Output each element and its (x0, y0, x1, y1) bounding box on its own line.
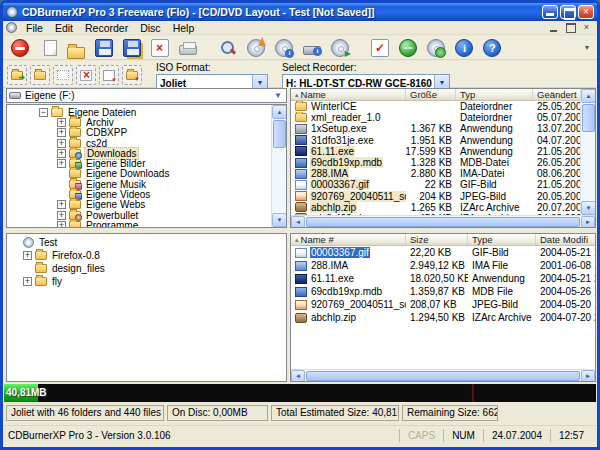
mdi-minimize-button[interactable] (548, 22, 561, 33)
menu-disc[interactable]: Disc (134, 21, 166, 35)
expand-icon[interactable]: + (57, 159, 66, 168)
table-row[interactable]: WinterICEDateiordner25.05.200 (291, 101, 595, 112)
search-button[interactable] (215, 37, 241, 59)
expand-icon[interactable]: + (57, 200, 66, 209)
expand-icon[interactable]: + (57, 118, 66, 127)
column-header-name[interactable]: ▴Name (291, 89, 406, 100)
toolbar-overflow-button[interactable]: ▾ (581, 38, 593, 58)
expand-icon[interactable]: + (23, 251, 32, 260)
help-button[interactable] (479, 37, 505, 59)
column-header-gr-e[interactable]: Größe (406, 89, 456, 100)
menu-help[interactable]: Help (167, 21, 201, 35)
web-disc-button[interactable] (423, 37, 449, 59)
scroll-right-icon[interactable]: ► (581, 216, 595, 228)
scrollbar-thumb[interactable] (582, 104, 595, 132)
menu-edit[interactable]: Edit (49, 21, 79, 35)
table-row[interactable]: 69cdb19xp.mdb1.359,87 KBMDB File2004-05-… (291, 285, 595, 298)
table-row[interactable]: 61.11.exe17.599 KBAnwendung21.05.200 (291, 146, 595, 157)
tree-item[interactable]: +Programme (7, 220, 270, 227)
column-header-name-[interactable]: ▴Name # (291, 234, 406, 245)
tree-item[interactable]: Eigene Musik (7, 179, 270, 189)
column-header-typ[interactable]: Typ (456, 89, 533, 100)
table-row[interactable]: xml_reader_1.0Dateiordner05.07.200 (291, 112, 595, 123)
tree-item[interactable]: +Firefox-0.8 (7, 249, 286, 262)
tree-item[interactable]: design_files (7, 262, 286, 275)
scroll-down-icon[interactable]: ▼ (272, 213, 287, 227)
table-row[interactable]: 61.11.exe18.020,50 KBAnwendung2004-05-21… (291, 272, 595, 285)
expand-icon[interactable]: + (57, 139, 66, 148)
copy-item-button[interactable] (99, 65, 119, 85)
column-header-date-modifi[interactable]: Date Modifi (536, 234, 596, 245)
source-location-select[interactable]: Eigene (F:) ▼ (6, 88, 287, 103)
expand-icon[interactable]: + (57, 128, 66, 137)
save-as-button[interactable] (119, 37, 145, 59)
print-button[interactable] (175, 37, 201, 59)
scroll-left-icon[interactable]: ◄ (291, 216, 305, 228)
tree-item[interactable]: +Powerbullet (7, 210, 270, 220)
column-header-size[interactable]: Size (406, 234, 468, 245)
minimize-button[interactable] (542, 5, 558, 19)
scrollbar-thumb[interactable] (306, 217, 580, 227)
drive-info-button[interactable] (299, 37, 325, 59)
table-row[interactable]: 31dfo31je.exe1.951 KBAnwendung04.07.200 (291, 135, 595, 146)
scroll-up-icon[interactable]: ▲ (272, 105, 287, 119)
vertical-scrollbar[interactable]: ▲ ▼ (271, 105, 286, 227)
tree-item[interactable]: +Eigene Bilder (7, 158, 270, 168)
new-selection-button[interactable] (53, 65, 73, 85)
open-layout-button[interactable] (63, 37, 89, 59)
table-row[interactable]: 69cdb19xp.mdb1.328 KBMDB-Datei26.05.200 (291, 157, 595, 168)
add-files-button[interactable] (30, 65, 50, 85)
mdi-restore-button[interactable] (564, 22, 577, 33)
collapse-icon[interactable]: − (39, 108, 48, 117)
expand-icon[interactable]: + (57, 211, 66, 220)
mdi-close-button[interactable]: × (580, 22, 593, 33)
disc-info-button[interactable] (271, 37, 297, 59)
table-row[interactable]: 920769_20040511_screen002...208,07 KBJPE… (291, 298, 595, 311)
expand-icon[interactable]: + (57, 149, 66, 158)
tree-item[interactable]: Eigene Downloads (7, 169, 270, 179)
add-folder-button[interactable] (7, 65, 27, 85)
maximize-button[interactable] (560, 5, 576, 19)
table-row[interactable]: 00003367.gif22 KBGIF-Bild21.05.200 (291, 179, 595, 190)
burn-disc-button[interactable] (243, 37, 269, 59)
table-row[interactable]: 920769_20040511_screen00...204 KBJPEG-Bi… (291, 191, 595, 202)
verify-list-button[interactable] (367, 37, 393, 59)
tree-item[interactable]: +Downloads (7, 148, 270, 158)
menu-file[interactable]: File (20, 21, 49, 35)
tree-item[interactable]: +fly (7, 275, 286, 288)
remove-item-button[interactable] (76, 65, 96, 85)
vertical-scrollbar[interactable]: ▲ ▼ (580, 89, 595, 215)
horizontal-scrollbar[interactable]: ◄ ► (291, 215, 595, 227)
save-layout-button[interactable] (91, 37, 117, 59)
scroll-right-icon[interactable]: ► (581, 370, 595, 382)
tree-item[interactable]: −Eigene Dateien (7, 107, 270, 117)
close-button[interactable]: × (578, 5, 594, 19)
expand-icon[interactable]: + (57, 221, 66, 227)
stop-record-button[interactable] (7, 37, 33, 59)
extract-disc-button[interactable] (327, 37, 353, 59)
table-row[interactable]: 00003367.gif22,20 KBGIF-Bild2004-05-21 1… (291, 246, 595, 259)
about-button[interactable] (451, 37, 477, 59)
tree-item[interactable]: Test (7, 236, 286, 249)
scroll-down-icon[interactable]: ▼ (581, 201, 596, 215)
menu-recorder[interactable]: Recorder (79, 21, 134, 35)
scrollbar-thumb[interactable] (306, 371, 580, 381)
scroll-up-icon[interactable]: ▲ (581, 89, 596, 103)
horizontal-scrollbar[interactable]: ◄ ► (291, 369, 595, 381)
import-folder-button[interactable] (122, 65, 142, 85)
column-header-type[interactable]: Type (468, 234, 536, 245)
tree-item[interactable]: Eigene Videos (7, 189, 270, 199)
scrollbar-thumb[interactable] (273, 120, 286, 148)
table-row[interactable]: 1xSetup.exe1.367 KBAnwendung13.07.200 (291, 123, 595, 134)
chevron-down-icon[interactable]: ▼ (274, 91, 284, 100)
table-row[interactable]: 288.IMA2.949,12 KBIMA File2001-06-08 19: (291, 259, 595, 272)
table-row[interactable]: abchlp.zip1.265 KBIZArc Archive20.07.200 (291, 202, 595, 213)
table-row[interactable]: abchlp.zip1.294,50 KBIZArc Archive2004-0… (291, 311, 595, 324)
scroll-left-icon[interactable]: ◄ (291, 370, 305, 382)
tree-item[interactable]: +Eigene Webs (7, 200, 270, 210)
tree-item[interactable]: +Archiv (7, 117, 270, 127)
new-layout-button[interactable] (35, 37, 61, 59)
close-layout-button[interactable] (147, 37, 173, 59)
tree-item[interactable]: +CDBXPP (7, 128, 270, 138)
table-row[interactable]: 288.IMA2.880 KBIMA-Datei08.06.200 (291, 168, 595, 179)
